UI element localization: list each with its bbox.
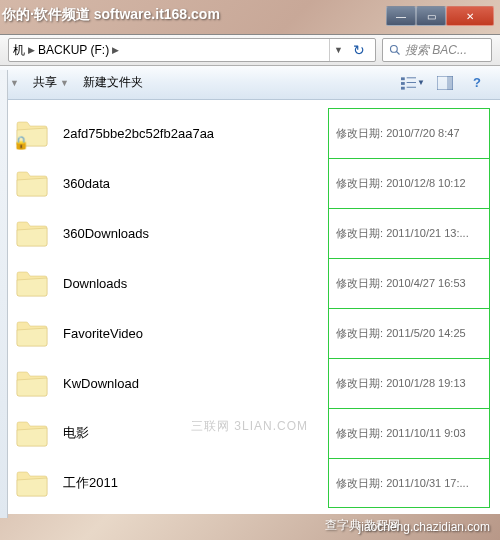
- annotation-line: [328, 208, 490, 209]
- item-date: 修改日期: 2010/12/8 10:12: [336, 176, 486, 191]
- item-date: 修改日期: 2011/5/20 14:25: [336, 326, 486, 341]
- preview-pane-icon[interactable]: [432, 71, 458, 95]
- lock-icon: 🔒: [13, 135, 29, 150]
- list-item[interactable]: Downloads修改日期: 2010/4/27 16:53: [1, 258, 500, 308]
- item-name: FavoriteVideo: [63, 326, 336, 341]
- search-placeholder: 搜索 BAC...: [405, 42, 467, 59]
- annotation-line: [328, 358, 490, 359]
- bottom-watermark-2: jiaocheng.chazidian.com: [359, 520, 490, 534]
- chevron-right-icon: ▶: [112, 45, 119, 55]
- chevron-right-icon: ▶: [28, 45, 35, 55]
- address-bar[interactable]: 机 ▶ BACKUP (F:) ▶ ▼ ↻: [8, 38, 376, 62]
- item-date: 修改日期: 2011/10/21 13:...: [336, 226, 486, 241]
- svg-rect-6: [401, 86, 405, 89]
- svg-rect-9: [447, 76, 453, 90]
- item-date: 修改日期: 2010/7/20 8:47: [336, 126, 486, 141]
- folder-icon: [15, 418, 49, 448]
- annotation-line: [328, 258, 490, 259]
- list-item[interactable]: 工作2011修改日期: 2011/10/31 17:...: [1, 458, 500, 508]
- list-item[interactable]: 360Downloads修改日期: 2011/10/21 13:...: [1, 208, 500, 258]
- item-date: 修改日期: 2010/1/28 19:13: [336, 376, 486, 391]
- list-item[interactable]: 🔒2afd75bbe2bc52fb2aa7aa修改日期: 2010/7/20 8…: [1, 108, 500, 158]
- close-button[interactable]: ✕: [446, 6, 494, 26]
- maximize-button[interactable]: ▭: [416, 6, 446, 26]
- svg-rect-7: [407, 86, 416, 87]
- share-button[interactable]: 共享 ▼: [33, 74, 69, 91]
- item-name: 工作2011: [63, 474, 336, 492]
- address-dropdown-icon[interactable]: ▼: [329, 39, 347, 61]
- address-row: 机 ▶ BACKUP (F:) ▶ ▼ ↻ 搜索 BAC...: [0, 34, 500, 66]
- svg-rect-2: [401, 77, 405, 80]
- item-date: 修改日期: 2011/10/31 17:...: [336, 476, 486, 491]
- item-name: Downloads: [63, 276, 336, 291]
- item-date: 修改日期: 2011/10/11 9:03: [336, 426, 486, 441]
- item-name: 2afd75bbe2bc52fb2aa7aa: [63, 126, 336, 141]
- breadcrumb-seg-1[interactable]: 机: [13, 42, 25, 59]
- search-icon: [389, 44, 401, 56]
- svg-line-1: [397, 52, 400, 55]
- svg-rect-4: [401, 82, 405, 85]
- list-item[interactable]: FavoriteVideo修改日期: 2011/5/20 14:25: [1, 308, 500, 358]
- top-watermark: 你的·软件频道 software.it168.com: [2, 6, 220, 24]
- folder-icon: [15, 318, 49, 348]
- explorer-window: — ▭ ✕ 机 ▶ BACKUP (F:) ▶ ▼ ↻ 搜索 BAC... ▼ …: [0, 4, 500, 514]
- svg-point-0: [391, 46, 398, 53]
- folder-icon: [15, 268, 49, 298]
- help-icon[interactable]: ?: [464, 71, 490, 95]
- list-item[interactable]: 360data修改日期: 2010/12/8 10:12: [1, 158, 500, 208]
- view-options-icon[interactable]: ▼: [400, 71, 426, 95]
- left-pane-edge: [0, 70, 8, 518]
- item-name: 电影: [63, 424, 336, 442]
- new-folder-button[interactable]: 新建文件夹: [83, 74, 143, 91]
- search-input[interactable]: 搜索 BAC...: [382, 38, 492, 62]
- minimize-button[interactable]: —: [386, 6, 416, 26]
- refresh-icon[interactable]: ↻: [347, 39, 371, 61]
- toolbar-dropdown[interactable]: ▼: [10, 78, 19, 88]
- svg-rect-3: [407, 77, 416, 78]
- file-list: 三联网 3LIAN.COM 🔒2afd75bbe2bc52fb2aa7aa修改日…: [0, 100, 500, 514]
- annotation-line: [328, 408, 490, 409]
- toolbar: ▼ 共享 ▼ 新建文件夹 ▼ ?: [0, 66, 500, 100]
- folder-icon: [15, 218, 49, 248]
- folder-icon: 🔒: [15, 118, 49, 148]
- item-name: KwDownload: [63, 376, 336, 391]
- folder-icon: [15, 368, 49, 398]
- item-name: 360Downloads: [63, 226, 336, 241]
- folder-icon: [15, 168, 49, 198]
- annotation-line: [328, 308, 490, 309]
- annotation-line: [328, 158, 490, 159]
- breadcrumb-seg-2[interactable]: BACKUP (F:): [38, 43, 109, 57]
- list-item[interactable]: KwDownload修改日期: 2010/1/28 19:13: [1, 358, 500, 408]
- item-name: 360data: [63, 176, 336, 191]
- svg-rect-5: [407, 82, 416, 83]
- list-item[interactable]: 电影修改日期: 2011/10/11 9:03: [1, 408, 500, 458]
- item-date: 修改日期: 2010/4/27 16:53: [336, 276, 486, 291]
- folder-icon: [15, 468, 49, 498]
- annotation-line: [328, 458, 490, 459]
